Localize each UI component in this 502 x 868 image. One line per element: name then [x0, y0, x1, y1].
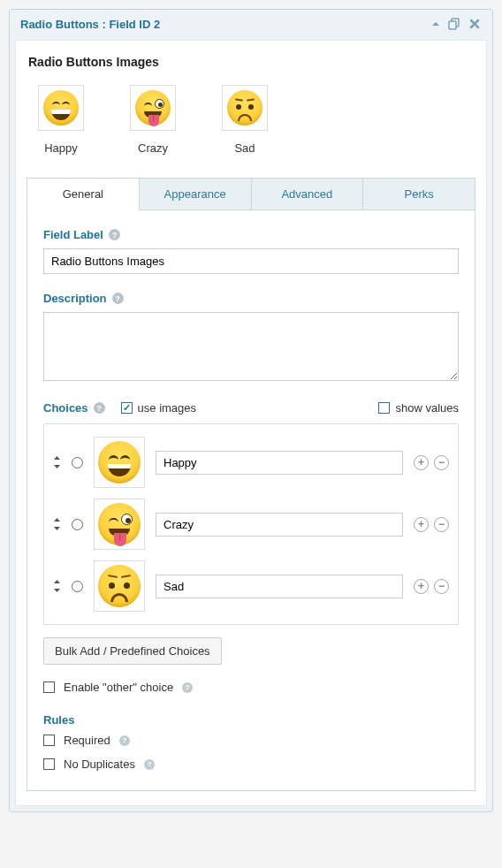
- show-values-checkbox[interactable]: [378, 402, 390, 414]
- choice-row: + −: [53, 493, 449, 555]
- bulk-add-button[interactable]: Bulk Add / Predefined Choices: [43, 637, 222, 665]
- happy-face-icon: [43, 90, 79, 126]
- choice-image[interactable]: [94, 560, 145, 612]
- choice-label-input[interactable]: [156, 513, 403, 537]
- enable-other-checkbox[interactable]: [43, 681, 55, 693]
- field-title: Radio Buttons Images: [28, 55, 475, 69]
- help-icon[interactable]: ?: [94, 402, 105, 414]
- drag-handle-icon[interactable]: [53, 580, 61, 592]
- preview-option-crazy[interactable]: Crazy: [122, 85, 184, 155]
- help-icon[interactable]: ?: [112, 293, 124, 304]
- choice-image[interactable]: [94, 499, 145, 550]
- preview-image: [222, 85, 268, 131]
- drag-handle-icon[interactable]: [53, 518, 61, 530]
- tab-general[interactable]: General: [27, 178, 140, 210]
- preview-image: [38, 85, 84, 131]
- remove-choice-icon[interactable]: −: [434, 455, 449, 470]
- field-label-text: Field Label: [43, 228, 103, 241]
- add-choice-icon[interactable]: +: [414, 455, 429, 470]
- panel-header: Radio Buttons : Field ID 2: [10, 10, 492, 38]
- required-checkbox[interactable]: [43, 735, 55, 746]
- collapse-icon[interactable]: [429, 17, 443, 31]
- use-images-label: use images: [138, 401, 196, 415]
- tab-perks[interactable]: Perks: [362, 178, 475, 210]
- description-heading: Description ?: [43, 292, 459, 305]
- show-values-label: show values: [395, 401, 459, 415]
- rules-heading: Rules: [43, 713, 459, 727]
- sad-face-icon: [98, 565, 141, 607]
- preview-label: Crazy: [138, 141, 168, 155]
- add-choice-icon[interactable]: +: [414, 517, 429, 532]
- help-icon[interactable]: ?: [144, 759, 155, 770]
- choice-image[interactable]: [94, 437, 145, 488]
- help-icon[interactable]: ?: [109, 229, 120, 240]
- remove-choice-icon[interactable]: −: [434, 517, 449, 532]
- sad-face-icon: [227, 90, 262, 126]
- preview-label: Happy: [44, 141, 78, 155]
- default-radio[interactable]: [72, 519, 83, 530]
- default-radio[interactable]: [72, 581, 83, 592]
- add-choice-icon[interactable]: +: [414, 579, 429, 594]
- panel-actions: [429, 17, 482, 31]
- panel-body: Radio Buttons Images Happy Crazy Sad: [15, 40, 487, 806]
- crazy-face-icon: [135, 90, 171, 126]
- drag-handle-icon[interactable]: [53, 456, 61, 468]
- happy-face-icon: [98, 441, 141, 483]
- choices-title: Choices: [43, 401, 88, 415]
- preview-image: [130, 85, 176, 131]
- close-icon[interactable]: [468, 17, 482, 31]
- tab-advanced[interactable]: Advanced: [251, 178, 364, 210]
- default-radio[interactable]: [72, 457, 83, 468]
- svg-rect-1: [449, 21, 456, 29]
- help-icon[interactable]: ?: [182, 682, 193, 693]
- choice-label-input[interactable]: [156, 575, 403, 598]
- rules-title-text: Rules: [43, 713, 74, 727]
- description-textarea[interactable]: [43, 312, 459, 381]
- preview-option-happy[interactable]: Happy: [30, 85, 92, 155]
- required-label: Required: [64, 734, 110, 747]
- field-label-heading: Field Label ?: [43, 228, 459, 241]
- enable-other-row: Enable "other" choice ?: [43, 681, 459, 694]
- use-images-checkbox[interactable]: [121, 402, 133, 414]
- choice-row: + −: [53, 555, 449, 617]
- tab-appearance[interactable]: Appearance: [139, 178, 252, 210]
- no-duplicates-label: No Duplicates: [64, 758, 135, 771]
- crazy-face-icon: [98, 503, 141, 545]
- preview-row: Happy Crazy Sad: [27, 80, 475, 174]
- field-label-input[interactable]: [43, 248, 459, 274]
- panel-title: Radio Buttons : Field ID 2: [20, 18, 160, 31]
- tabs: General Appearance Advanced Perks: [27, 178, 475, 210]
- tab-content-general: Field Label ? Description ? Choices ? us…: [27, 210, 475, 791]
- choice-label-input[interactable]: [156, 451, 403, 475]
- choices-list: + − + −: [43, 423, 459, 625]
- remove-choice-icon[interactable]: −: [434, 579, 449, 594]
- enable-other-label: Enable "other" choice: [64, 681, 173, 694]
- choice-row: + −: [53, 431, 449, 493]
- preview-option-sad[interactable]: Sad: [214, 85, 276, 155]
- no-duplicates-row: No Duplicates ?: [43, 758, 459, 771]
- help-icon[interactable]: ?: [119, 735, 130, 746]
- description-text: Description: [43, 292, 107, 305]
- duplicate-icon[interactable]: [448, 17, 462, 31]
- choices-header: Choices ? use images show values: [43, 401, 459, 415]
- no-duplicates-checkbox[interactable]: [43, 758, 55, 770]
- field-editor-panel: Radio Buttons : Field ID 2 Radio Buttons…: [9, 9, 493, 812]
- preview-label: Sad: [234, 141, 255, 155]
- required-row: Required ?: [43, 734, 459, 747]
